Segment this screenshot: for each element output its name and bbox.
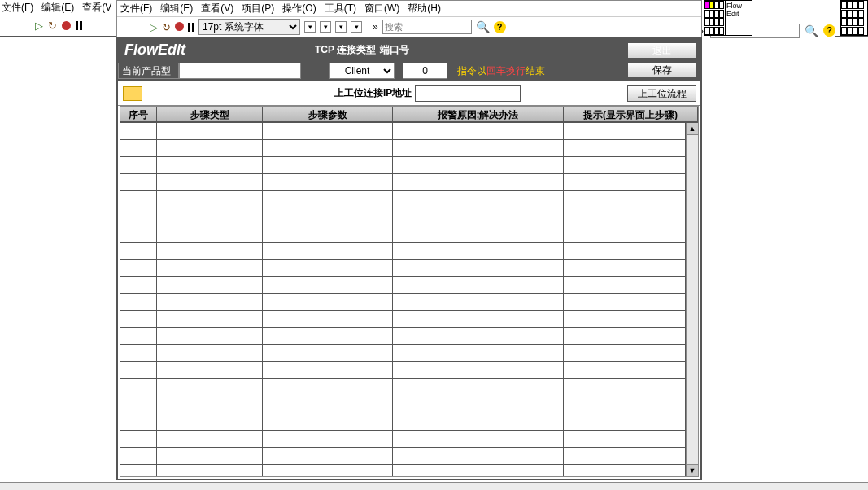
flowedit-app: FlowEdit TCP 连接类型 端口号 退出 当前产品型号 Client 指… xyxy=(116,37,702,480)
app-title: FlowEdit xyxy=(118,42,305,59)
menu-edit[interactable]: 编辑(E) xyxy=(160,2,193,15)
inner-toolbar: ▷ ↻ 17pt 系统字体 ▾ ▾ ▾ ▾ » 🔍 ? xyxy=(117,16,701,38)
font-select[interactable]: 17pt 系统字体 xyxy=(198,19,300,35)
tool-icon-2[interactable]: ▾ xyxy=(320,21,331,33)
table-row[interactable] xyxy=(120,396,686,413)
table-row[interactable] xyxy=(120,277,686,294)
exit-button[interactable]: 退出 xyxy=(627,42,696,59)
col-hint[interactable]: 提示(显示界面上步骤) xyxy=(564,107,698,121)
table-row[interactable] xyxy=(120,465,686,476)
port-input[interactable] xyxy=(403,63,447,79)
palette-label: Flow Edit xyxy=(725,1,752,35)
col-alarm[interactable]: 报警原因;解决办法 xyxy=(393,107,564,121)
col-type[interactable]: 步骤类型 xyxy=(157,107,263,121)
menu-help[interactable]: 帮助(H) xyxy=(408,2,441,15)
palette-window[interactable]: Flow Edit xyxy=(704,0,752,36)
table-row[interactable] xyxy=(120,448,686,465)
grid-body[interactable] xyxy=(120,123,686,476)
table-row[interactable] xyxy=(120,311,686,328)
grid-header: 序号 步骤类型 步骤参数 报警原因;解决办法 提示(显示界面上步骤) xyxy=(120,107,698,123)
table-row[interactable] xyxy=(120,191,686,208)
search-icon[interactable]: 🔍 xyxy=(476,20,490,33)
menu-view[interactable]: 查看(V) xyxy=(201,2,233,15)
table-row[interactable] xyxy=(120,431,686,448)
ip-row: 上工位连接IP地址 上工位流程 xyxy=(118,81,700,106)
tcp-type-select[interactable]: Client xyxy=(329,63,395,79)
warn-text: 指令以回车换行结束 xyxy=(457,64,545,78)
scroll-down-icon[interactable]: ▼ xyxy=(687,464,698,476)
col-param[interactable]: 步骤参数 xyxy=(263,107,393,121)
run-icon[interactable]: ▷ xyxy=(35,20,43,32)
menu-edit[interactable]: 编辑(E) xyxy=(41,1,74,15)
reload-icon[interactable]: ↻ xyxy=(162,21,171,33)
tool-icon-4[interactable]: ▾ xyxy=(351,21,362,33)
search-input-inner[interactable] xyxy=(382,20,472,34)
table-row[interactable] xyxy=(120,345,686,362)
scroll-up-icon[interactable]: ▲ xyxy=(687,123,698,135)
upstream-flow-button[interactable]: 上工位流程 xyxy=(627,85,696,102)
menu-file[interactable]: 文件(F) xyxy=(120,2,152,15)
search-icon[interactable]: 🔍 xyxy=(805,24,818,37)
menu-view[interactable]: 查看(V xyxy=(82,1,111,15)
inner-menubar: 文件(F) 编辑(E) 查看(V) 项目(P) 操作(O) 工具(T) 窗口(W… xyxy=(117,1,701,16)
tool-icon-3[interactable]: ▾ xyxy=(335,21,347,33)
folder-icon[interactable] xyxy=(123,86,142,101)
table-row[interactable] xyxy=(120,328,686,345)
table-row[interactable] xyxy=(120,174,686,191)
help-icon[interactable]: ? xyxy=(494,21,506,33)
table-row[interactable] xyxy=(120,123,686,140)
product-input[interactable] xyxy=(179,63,301,79)
inner-window: 文件(F) 编辑(E) 查看(V) 项目(P) 操作(O) 工具(T) 窗口(W… xyxy=(116,0,702,39)
table-row[interactable] xyxy=(120,379,686,396)
menu-tool[interactable]: 工具(T) xyxy=(325,2,356,15)
col-seq[interactable]: 序号 xyxy=(120,107,157,121)
menu-project[interactable]: 项目(P) xyxy=(242,2,274,15)
help-icon[interactable]: ? xyxy=(823,24,835,37)
table-row[interactable] xyxy=(120,225,686,243)
product-label: 当前产品型号 xyxy=(118,63,179,79)
record-icon[interactable] xyxy=(175,20,184,34)
run-icon[interactable]: ▷ xyxy=(150,21,158,33)
table-row[interactable] xyxy=(120,140,686,157)
titlebar: FlowEdit TCP 连接类型 端口号 退出 xyxy=(118,39,700,60)
pause-icon[interactable] xyxy=(76,21,82,30)
record-icon[interactable] xyxy=(62,21,71,30)
port-label: 端口号 xyxy=(380,43,421,57)
ip-input[interactable] xyxy=(415,85,521,102)
grid: 序号 步骤类型 步骤参数 报警原因;解决办法 提示(显示界面上步骤) ▲ ▼ xyxy=(120,106,699,477)
config-row: 当前产品型号 Client 指令以回车换行结束 保存 xyxy=(118,60,700,81)
table-row[interactable] xyxy=(120,413,686,431)
ip-label: 上工位连接IP地址 xyxy=(334,86,412,100)
tcp-type-label: TCP 连接类型 xyxy=(315,43,380,57)
table-row[interactable] xyxy=(120,362,686,379)
table-row[interactable] xyxy=(120,208,686,225)
table-row[interactable] xyxy=(120,294,686,311)
table-row[interactable] xyxy=(120,260,686,277)
menu-window[interactable]: 窗口(W) xyxy=(364,2,399,15)
palette-grid xyxy=(704,1,725,35)
reload-icon[interactable]: ↻ xyxy=(48,20,57,32)
menu-file[interactable]: 文件(F) xyxy=(2,1,33,15)
pause-icon[interactable] xyxy=(188,23,194,32)
table-row[interactable] xyxy=(120,243,686,260)
palette-window-2[interactable] xyxy=(840,0,868,36)
menu-operate[interactable]: 操作(O) xyxy=(282,2,316,15)
tool-icon-1[interactable]: ▾ xyxy=(304,21,316,33)
table-row[interactable] xyxy=(120,157,686,174)
statusbar xyxy=(0,482,868,490)
scrollbar[interactable]: ▲ ▼ xyxy=(686,123,698,476)
dropdown-marker-icon[interactable]: » xyxy=(373,21,378,33)
save-button[interactable]: 保存 xyxy=(627,62,696,78)
